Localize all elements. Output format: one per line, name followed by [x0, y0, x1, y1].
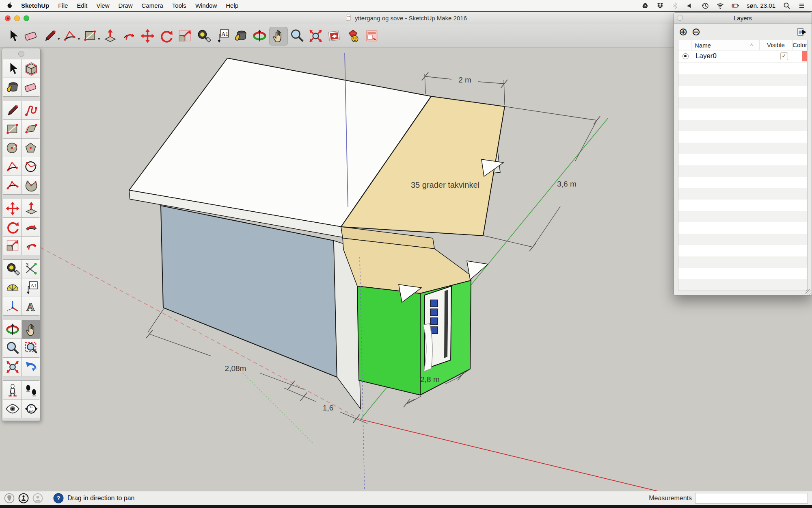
make-component-icon	[24, 61, 39, 76]
layer-row[interactable]: Layer0✓	[678, 50, 807, 62]
dimension-tool-button[interactable]: 3	[22, 260, 40, 278]
layer-color-swatch[interactable]	[802, 51, 807, 61]
sign-in-avatar-icon[interactable]	[32, 493, 43, 504]
select-icon	[5, 61, 20, 76]
eraser-icon	[24, 80, 39, 95]
current-layer-radio[interactable]	[682, 53, 689, 59]
column-name[interactable]: Name	[691, 40, 750, 50]
measurements-input[interactable]	[695, 493, 808, 504]
panel-resize-grip[interactable]	[806, 289, 811, 295]
dimension-36m-label[interactable]: 3,6 m	[557, 180, 577, 188]
dimension-28m-label[interactable]: 2,8 m	[420, 375, 440, 384]
dimension-2m-label[interactable]: 2 m	[458, 76, 471, 84]
look-around-tool-button[interactable]	[3, 399, 22, 418]
svg-text:A: A	[26, 300, 35, 313]
walk-tool-button[interactable]	[22, 381, 40, 399]
pan-tool-button[interactable]	[22, 320, 40, 339]
axes-tool-button[interactable]	[3, 297, 22, 315]
green-wall-left[interactable]	[357, 286, 420, 395]
layer-visible-checkbox[interactable]: ✓	[780, 52, 788, 60]
tape-measure-tool-button[interactable]	[3, 260, 22, 278]
protractor-tool-button[interactable]	[3, 278, 22, 297]
measurements-area: Measurements	[649, 493, 808, 504]
door-window-pane[interactable]	[430, 318, 438, 325]
zoom-icon	[5, 341, 20, 356]
walk-icon	[24, 383, 39, 397]
column-visible[interactable]: Visible	[760, 40, 793, 50]
push-pull-tool-button[interactable]	[22, 199, 40, 217]
credits-person-icon[interactable]	[18, 493, 29, 504]
scale-tool-button[interactable]	[3, 237, 22, 255]
3d-text-icon: A	[24, 299, 39, 314]
rotate-icon	[5, 220, 20, 234]
freehand-tool-button[interactable]	[22, 101, 40, 119]
layers-panel: Layers ⊕ ⊖ Name ^ Visible Color Layer0✓	[674, 12, 812, 295]
layers-close-button[interactable]	[677, 15, 683, 21]
offset-tool-button[interactable]	[22, 237, 40, 255]
layers-panel-footer	[674, 291, 812, 295]
polygon-icon	[24, 141, 39, 155]
rotated-rectangle-tool-button[interactable]	[22, 120, 40, 138]
remove-layer-button[interactable]: ⊖	[692, 27, 701, 36]
position-camera-icon	[5, 383, 20, 397]
text-tool-button[interactable]: A1	[22, 278, 40, 297]
polygon-tool-button[interactable]	[22, 139, 40, 157]
palette-group	[3, 320, 39, 376]
scale-icon	[5, 239, 20, 253]
axes-icon	[5, 299, 20, 314]
dimension-16-label[interactable]: 1,6	[323, 404, 333, 412]
rotate-tool-button[interactable]	[3, 218, 22, 236]
roof-angle-note[interactable]: 35 grader takvinkel	[411, 180, 479, 189]
door-window-pane[interactable]	[430, 300, 438, 307]
rectangle-tool-button[interactable]	[3, 120, 22, 138]
arc-2pt-tool-button[interactable]	[3, 157, 22, 176]
arc-tool-button[interactable]	[22, 157, 40, 176]
follow-me-tool-button[interactable]	[22, 218, 40, 236]
green-guide-dashed	[243, 373, 313, 444]
eraser-tool-button[interactable]	[22, 78, 40, 96]
measurements-label: Measurements	[649, 495, 692, 502]
palette-group: 3A1A	[3, 259, 39, 316]
zoom-tool-button[interactable]	[3, 339, 22, 357]
zoom-extents-tool-button[interactable]	[3, 358, 22, 376]
layers-panel-titlebar[interactable]: Layers	[674, 13, 812, 24]
palette-group	[3, 59, 39, 97]
column-color[interactable]: Color	[793, 40, 807, 50]
palette-group	[3, 199, 39, 255]
zoom-window-tool-button[interactable]	[22, 339, 40, 357]
position-camera-tool-button[interactable]	[3, 381, 22, 399]
layer-name[interactable]: Layer0	[692, 52, 766, 60]
door-window-pane[interactable]	[430, 309, 438, 316]
dimension-icon: 3	[24, 262, 39, 276]
section-compass-icon: CA-B	[24, 402, 39, 416]
line-icon	[5, 103, 20, 118]
palette-group: CA-B	[3, 380, 39, 418]
sort-ascending-indicator[interactable]: ^	[750, 40, 760, 50]
pie-icon	[24, 178, 39, 193]
previous-tool-button[interactable]	[22, 358, 40, 376]
3d-text-tool-button[interactable]: A	[22, 297, 40, 315]
look-around-icon	[5, 402, 20, 416]
move-tool-button[interactable]	[3, 199, 22, 217]
header-radio-column	[678, 40, 691, 50]
palette-close-button[interactable]	[18, 51, 24, 57]
help-icon[interactable]: ?	[53, 493, 64, 504]
arc-3pt-tool-button[interactable]	[3, 176, 22, 194]
dimension-208m-label[interactable]: 2,08m	[225, 364, 246, 373]
paint-bucket-tool-button[interactable]	[3, 78, 22, 96]
pie-tool-button[interactable]	[22, 176, 40, 194]
text-icon: A1	[24, 280, 39, 295]
palette-header	[3, 50, 39, 57]
circle-tool-button[interactable]	[3, 139, 22, 157]
add-layer-button[interactable]: ⊕	[679, 27, 688, 36]
select-tool-button[interactable]	[3, 59, 22, 78]
line-tool-button[interactable]	[3, 101, 22, 119]
tape-measure-icon	[5, 262, 20, 276]
make-component-tool-button[interactable]	[22, 59, 40, 78]
layers-detail-menu-icon[interactable]	[797, 27, 807, 36]
orbit-tool-button[interactable]	[3, 320, 22, 339]
status-bar: ? Drag in direction to pan Measurements	[0, 491, 812, 505]
palette-group	[3, 101, 39, 195]
section-compass-tool-button[interactable]: CA-B	[22, 399, 40, 418]
geolocation-icon[interactable]	[4, 493, 15, 504]
